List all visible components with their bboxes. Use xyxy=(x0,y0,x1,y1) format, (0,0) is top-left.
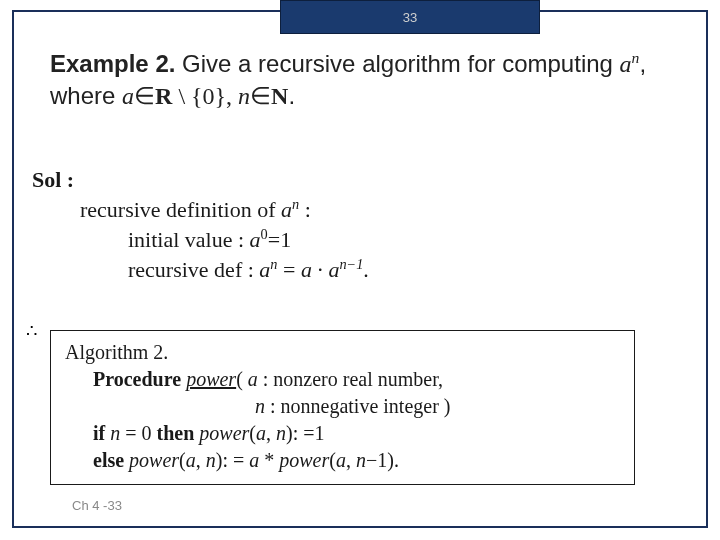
example-setR: R xyxy=(155,83,172,109)
sol-line3: recursive def : an = a · an−1. xyxy=(128,255,672,285)
sol-line2-a: a xyxy=(250,227,261,252)
sol-line3-a2: a xyxy=(301,257,312,282)
sol-line3-a1: a xyxy=(259,257,270,282)
algo-if-n: n xyxy=(110,422,120,444)
algo-proc-open: ( xyxy=(236,368,248,390)
algo-then-close: ): =1 xyxy=(286,422,325,444)
algo-proc-label: Procedure xyxy=(93,368,186,390)
algo-if-eq: = 0 xyxy=(120,422,156,444)
example-n: n xyxy=(238,83,250,109)
sol-line2: initial value : a0=1 xyxy=(128,225,672,255)
sol-line3-eq: = xyxy=(277,257,300,282)
sol-line3-post: . xyxy=(363,257,369,282)
algo-else-kw: else xyxy=(93,449,129,471)
example-a2: a xyxy=(122,83,134,109)
header-block: 33 xyxy=(280,0,540,34)
algorithm-box: Algorithm 2. Procedure power( a : nonzer… xyxy=(50,330,635,485)
algo-title: Algorithm 2. xyxy=(65,339,620,366)
example-label: Example 2. xyxy=(50,50,175,77)
footer-label: Ch 4 -33 xyxy=(72,498,122,513)
example-setminus: \ {0}, xyxy=(172,83,238,109)
algo-proc-n: n xyxy=(255,395,265,417)
algo-else-a1: a xyxy=(186,449,196,471)
example-title: Example 2. Give a recursive algorithm fo… xyxy=(50,48,680,112)
algo-then-a: a xyxy=(256,422,266,444)
example-in2: ∈ xyxy=(250,83,271,109)
algo-else-a2: a xyxy=(249,449,259,471)
algo-then-c1: , xyxy=(266,422,276,444)
example-a1: a xyxy=(620,51,632,77)
algo-else-c1: , xyxy=(196,449,206,471)
algo-proc-a: a xyxy=(248,368,258,390)
algo-else-star: * xyxy=(259,449,279,471)
sol-line3-a3: a xyxy=(328,257,339,282)
algo-then-open: ( xyxy=(249,422,256,444)
sol-line1-post: : xyxy=(299,197,311,222)
algo-else-n2: n xyxy=(356,449,366,471)
algo-else-open2: ( xyxy=(329,449,336,471)
algo-proc-a-desc: : nonzero real number, xyxy=(258,368,443,390)
sol-line1: recursive definition of an : xyxy=(80,195,672,225)
sol-line1-pre: recursive definition of xyxy=(80,197,281,222)
sol-line2-pre: initial value : xyxy=(128,227,250,252)
algo-else-a3: a xyxy=(336,449,346,471)
algo-if-kw: if xyxy=(93,422,110,444)
example-end: . xyxy=(288,82,295,109)
algo-else-call1: power xyxy=(129,449,179,471)
sol-label-line: Sol : xyxy=(32,165,672,195)
algo-else-call2: power xyxy=(279,449,329,471)
sol-line2-sup: 0 xyxy=(261,226,268,242)
algo-proc-line1: Procedure power( a : nonzero real number… xyxy=(93,366,620,393)
example-setN: N xyxy=(271,83,288,109)
sol-line2-post: =1 xyxy=(268,227,291,252)
sol-line3-sup2: n−1 xyxy=(339,256,363,272)
algo-else-minus: −1). xyxy=(366,449,399,471)
algo-then-call: power xyxy=(199,422,249,444)
page-number: 33 xyxy=(403,10,417,25)
algo-else-line: else power(a, n): = a * power(a, n−1). xyxy=(93,447,620,474)
algo-proc-n-desc: : nonnegative integer ) xyxy=(265,395,451,417)
example-in1: ∈ xyxy=(134,83,155,109)
algo-else-c2: , xyxy=(346,449,356,471)
algo-else-mid: ): = xyxy=(216,449,250,471)
algo-else-open1: ( xyxy=(179,449,186,471)
algo-else-n1: n xyxy=(206,449,216,471)
sol-line3-dot: · xyxy=(312,257,329,282)
algo-proc-line2: n : nonnegative integer ) xyxy=(255,393,620,420)
sol-line3-pre: recursive def : xyxy=(128,257,259,282)
example-title-block: Example 2. Give a recursive algorithm fo… xyxy=(50,48,680,112)
solution-block: Sol : recursive definition of an : initi… xyxy=(32,165,672,285)
algo-proc-name: power xyxy=(186,368,236,390)
sol-line1-a: a xyxy=(281,197,292,222)
algo-if-line: if n = 0 then power(a, n): =1 xyxy=(93,420,620,447)
sol-label: Sol : xyxy=(32,167,74,192)
algo-then-kw: then xyxy=(157,422,200,444)
therefore-symbol: ∴ xyxy=(26,320,37,342)
algo-then-n: n xyxy=(276,422,286,444)
example-prefix: Give a recursive algorithm for computing xyxy=(175,50,619,77)
